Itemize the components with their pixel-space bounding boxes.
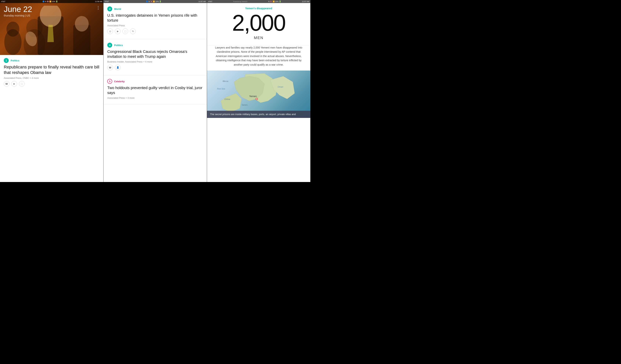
story-1-headline[interactable]: Republicans prepare to finally reveal he… — [4, 65, 100, 75]
story-1-icon-video[interactable]: ▶ — [11, 81, 17, 87]
time-3: 11:57 AM — [302, 0, 309, 2]
story-3-headline: U.S. interrogates detainees in Yemen pri… — [107, 13, 203, 23]
article-header: Yemen's disappeared 2,000 MEN — [207, 3, 310, 46]
powered-by: Powered by YAHOO! — [233, 1, 247, 2]
status-bar-2: AT&T 🔵 N 🔇 📶 10% 🔋 11:57 AM — [104, 0, 207, 3]
carrier-3: AT&T — [208, 0, 212, 2]
svg-text:Oman: Oman — [278, 86, 283, 88]
story-5-header: 5 Celebrity — [107, 79, 203, 84]
status-bar-3: AT&T Powered by YAHOO! N 🔇 📶 10% 🔋 11:57… — [207, 0, 310, 3]
story-1-icons: W ▶ ⬚ — [4, 81, 100, 87]
map-caption: The secret prisons are inside military b… — [207, 111, 310, 118]
map-section: Red Sea Oman Mecca Eritrea Yemen Sana'a … — [207, 70, 310, 118]
svg-text:Yemen: Yemen — [249, 95, 257, 98]
article-category: Yemen's disappeared — [211, 7, 306, 10]
story-3-item[interactable]: 3 World U.S. interrogates detainees in Y… — [104, 3, 207, 39]
time-2: 11:57 AM — [198, 0, 206, 2]
hero-date: June 22 — [4, 5, 32, 13]
story-5-item[interactable]: 5 Celebrity Two holdouts prevented guilt… — [104, 75, 207, 104]
panel-article: AT&T Powered by YAHOO! N 🔇 📶 10% 🔋 11:57… — [207, 0, 310, 182]
svg-point-1 — [6, 22, 19, 36]
story-4-category: Politics — [114, 44, 123, 47]
story-3-icon-location[interactable]: ◎ — [107, 28, 113, 34]
hero-section: June 22 thursday morning | US ⋮ — [0, 0, 103, 55]
hero-more-button[interactable]: ⋮ — [96, 5, 100, 10]
story-4-header: 4 Politics — [107, 43, 203, 48]
status-icons-2: 🔵 N 🔇 📶 10% 🔋 — [146, 0, 161, 2]
time-1: 11:56 AM — [95, 0, 102, 2]
story-1-badge: 1 — [4, 58, 9, 63]
status-icons-1: 🔵 N 🔇 📶 10% 🔋 — [42, 0, 58, 2]
story-4-icon-w[interactable]: W — [107, 65, 113, 70]
carrier-1: AT&T — [1, 0, 5, 2]
story-4-icons: W 👤 — [107, 65, 203, 70]
hero-subtitle: thursday morning | US — [4, 14, 32, 17]
svg-marker-6 — [47, 25, 54, 42]
story-1-icon-w[interactable]: W — [4, 81, 9, 87]
story-3-header: 3 World — [107, 6, 203, 11]
story-5-headline: Two holdouts prevented guilty verdict in… — [107, 85, 203, 95]
article-unit: MEN — [211, 36, 306, 40]
svg-point-8 — [75, 16, 89, 32]
svg-text:Red Sea: Red Sea — [217, 87, 225, 90]
article-big-number: 2,000 — [211, 11, 306, 34]
story-3-badge: 3 — [107, 6, 112, 11]
story-4-headline: Congressional Black Caucus rejects Omaro… — [107, 49, 203, 59]
story-5-source: Associated Press + 3 more — [107, 97, 203, 99]
story-5-category: Celebrity — [114, 80, 125, 83]
story-3-icon-video[interactable]: ▶ — [115, 28, 121, 34]
story-4-icon-person[interactable]: 👤 — [115, 65, 121, 70]
story-1-header: 1 Politics — [4, 58, 100, 63]
status-icons-3: N 🔇 📶 10% 🔋 — [268, 0, 281, 2]
panel-home: AT&T 🔵 N 🔇 📶 10% 🔋 11:56 AM June 22 thur… — [0, 0, 104, 182]
article-body: Lawyers and families say nearly 2,000 Ye… — [207, 46, 310, 70]
story-3-icon-percent[interactable]: % — [130, 28, 136, 34]
story-3-icon-image[interactable]: ⬚ — [122, 28, 128, 34]
story-3-category: World — [114, 8, 121, 10]
story-4-badge: 4 — [107, 43, 112, 48]
story-4-source: Business Insider, Associated Press + 4 m… — [107, 60, 203, 63]
panel-list: AT&T 🔵 N 🔇 📶 10% 🔋 11:57 AM 3 World U.S.… — [104, 0, 207, 182]
svg-text:Sana'a: Sana'a — [242, 104, 248, 106]
svg-text:Mecca: Mecca — [223, 80, 228, 82]
story-4-item[interactable]: 4 Politics Congressional Black Caucus re… — [104, 39, 207, 75]
story-3-icons: ◎ ▶ ⬚ % — [107, 28, 203, 34]
svg-text:Eritrea: Eritrea — [225, 98, 230, 100]
svg-marker-12 — [221, 93, 242, 112]
hero-date-section: June 22 thursday morning | US — [4, 5, 32, 17]
story-5-badge: 5 — [107, 79, 112, 84]
story-1-icon-image[interactable]: ⬚ — [19, 81, 25, 87]
svg-point-21 — [256, 98, 258, 100]
carrier-2: AT&T — [105, 0, 109, 2]
story-3-source: Associated Press — [107, 24, 203, 27]
story-1-source: Associated Press, CNBC + 4 more — [4, 77, 100, 79]
status-bar-1: AT&T 🔵 N 🔇 📶 10% 🔋 11:56 AM — [0, 0, 103, 3]
story-1-category: Politics — [11, 59, 19, 62]
story-1-section: 1 Politics Republicans prepare to finall… — [0, 55, 103, 87]
